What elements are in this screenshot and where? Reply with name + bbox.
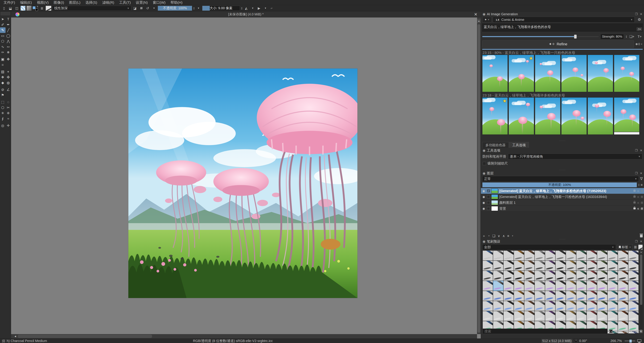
size-field[interactable]: 大小: 9.00 像素: [202, 6, 240, 11]
brush-preset-cell[interactable]: [576, 301, 586, 311]
brush-preset-cell[interactable]: [618, 291, 628, 301]
zoom-slider[interactable]: [624, 340, 635, 341]
transform-tool[interactable]: ▣: [0, 56, 6, 62]
smart-patch-tool[interactable]: ✜: [6, 74, 11, 80]
add-text-region-button[interactable]: T+: [636, 34, 643, 39]
horizontal-scroll-thumb[interactable]: [18, 334, 152, 338]
brush-preset-cell[interactable]: [504, 301, 514, 311]
layer-select-checkbox[interactable]: ✓: [487, 189, 490, 192]
brush-preset-cell[interactable]: [493, 271, 504, 281]
brush-editor-button[interactable]: ≣: [39, 6, 45, 11]
brush-preset-cell[interactable]: [576, 291, 586, 301]
brush-preset-cell[interactable]: [566, 311, 576, 321]
brush-preset-cell[interactable]: [618, 311, 628, 321]
rect-select-tool[interactable]: ⬚: [0, 99, 6, 105]
brush-preset-cell[interactable]: [586, 261, 597, 271]
layer-filter-icon[interactable]: ∇: [640, 177, 643, 181]
brush-preset-cell[interactable]: [514, 281, 524, 291]
scroll-up-icon[interactable]: ▲: [640, 250, 643, 253]
brush-preset-cell[interactable]: [586, 281, 597, 291]
splitter-handle[interactable]: ······: [481, 139, 644, 142]
magnetic-select-tool[interactable]: ≈: [6, 116, 11, 121]
canvas-vertical-scrollbar[interactable]: ▲: [477, 18, 481, 334]
new-layer-result-button[interactable]: ❏+: [629, 34, 635, 39]
alpha-lock-icon[interactable]: α: [637, 201, 639, 204]
move-tool[interactable]: ✥: [6, 56, 11, 62]
background-color[interactable]: [36, 9, 38, 11]
brush-preset-cell[interactable]: [482, 261, 493, 271]
preserve-alpha-button[interactable]: [138, 6, 144, 11]
layer-thumbnail[interactable]: [491, 189, 498, 193]
opacity-spinner[interactable]: ▲▼: [193, 7, 195, 10]
brush-preset-cell[interactable]: [493, 301, 504, 311]
layer-select-checkbox[interactable]: [487, 201, 490, 204]
brush-preset-cell[interactable]: [504, 261, 514, 271]
ai-settings-button[interactable]: ⚙: [636, 17, 643, 23]
layer-row[interactable]: ◉颜料图层 1α: [481, 200, 644, 206]
measure-tool[interactable]: ∠: [6, 87, 11, 92]
brush-preset-cell[interactable]: [576, 250, 586, 261]
brush-preset-cell[interactable]: [608, 291, 618, 301]
brush-preset-cell[interactable]: [566, 250, 576, 261]
menu-item-5[interactable]: 选择(S): [83, 0, 100, 5]
delete-layer-button[interactable]: [640, 234, 643, 237]
brush-preset-cell[interactable]: [482, 281, 493, 291]
brush-preset-cell[interactable]: [586, 250, 597, 261]
brush-preset-cell[interactable]: [545, 301, 556, 311]
opacity-field[interactable]: 不透明度: 100%: [158, 6, 192, 11]
generated-image-thumbnail[interactable]: [588, 97, 613, 135]
search-scope-checkbox[interactable]: ✓: [609, 329, 612, 333]
brush-preset-cell[interactable]: [628, 261, 639, 271]
generated-image-thumbnail[interactable]: [614, 97, 640, 135]
color-sampler-tool[interactable]: ⌖: [6, 69, 11, 74]
brush-preset-cell[interactable]: [628, 301, 639, 311]
brush-grid-scrollbar[interactable]: ▲ ▼: [640, 250, 643, 333]
brush-preset-chooser[interactable]: [46, 6, 51, 11]
strength-slider-handle[interactable]: [574, 35, 577, 39]
brush-preset-cell[interactable]: [534, 291, 545, 301]
assistants-tool[interactable]: ⊘: [0, 87, 6, 92]
prompt-language-button[interactable]: ZH: [636, 27, 642, 31]
close-docker-icon[interactable]: ✕: [640, 172, 642, 175]
brush-preset-cell[interactable]: [534, 271, 545, 281]
rectangle-tool[interactable]: ▭: [0, 33, 6, 39]
lock-icon[interactable]: [634, 196, 636, 198]
polyline-tool[interactable]: ⋀: [6, 39, 11, 44]
brush-preset-cell[interactable]: [534, 281, 545, 291]
menu-item-10[interactable]: 帮助(H): [168, 0, 185, 5]
queue-indicator[interactable]: 0 ▼: [636, 42, 643, 46]
mirror-vertical-arrow[interactable]: ▼: [263, 6, 268, 11]
brush-preset-cell[interactable]: [493, 291, 504, 301]
splitter-handle[interactable]: ······: [481, 169, 644, 171]
brush-preset-cell[interactable]: [566, 271, 576, 281]
menu-item-1[interactable]: 编辑(E): [18, 0, 34, 5]
generated-image-thumbnail[interactable]: [535, 55, 560, 92]
brush-preset-cell[interactable]: [576, 271, 586, 281]
polygon-select-tool[interactable]: ⬡: [0, 105, 6, 110]
menu-item-9[interactable]: 窗口(W): [150, 0, 168, 5]
save-document-button[interactable]: ◫: [14, 6, 20, 11]
bezier-curve-tool[interactable]: ∿: [0, 44, 6, 50]
foreground-color[interactable]: [32, 6, 36, 9]
eraser-mode-button[interactable]: ◪: [132, 6, 138, 11]
edit-shapes-tool[interactable]: ✐: [0, 22, 6, 27]
mirror-vertical-button[interactable]: ▶: [256, 6, 262, 11]
brush-preset-cell[interactable]: [586, 311, 597, 321]
open-document-button[interactable]: ⬓: [8, 6, 13, 11]
brush-preset-cell[interactable]: [514, 311, 524, 321]
layer-name[interactable]: [Generated] 蓝天白云，绿草地上，飞翔着一只粉色的水母 (163316…: [499, 195, 632, 199]
brush-preset-cell[interactable]: [514, 250, 524, 261]
brush-preset-cell[interactable]: [556, 281, 566, 291]
generated-image-thumbnail[interactable]: ★: [508, 55, 534, 92]
calligraphy-tool[interactable]: ✒: [6, 22, 11, 27]
layer-select-checkbox[interactable]: [487, 195, 490, 198]
brush-preset-cell[interactable]: [597, 250, 608, 261]
toolbox-handle[interactable]: [1, 12, 10, 15]
brush-preset-cell[interactable]: [566, 261, 576, 271]
brush-preset-cell[interactable]: [597, 311, 608, 321]
brush-preset-cell[interactable]: [534, 301, 545, 311]
pan-tool[interactable]: ✛: [6, 123, 11, 128]
strength-slider[interactable]: [482, 34, 599, 40]
alpha-lock-icon[interactable]: α: [637, 189, 639, 193]
brush-preset-cell[interactable]: [493, 261, 504, 271]
